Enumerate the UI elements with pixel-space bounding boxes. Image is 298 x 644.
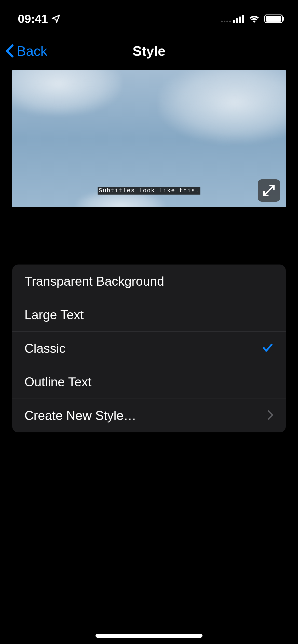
list-item-label: Classic — [24, 341, 65, 356]
status-bar: 09:41 — [0, 0, 298, 34]
expand-icon — [262, 184, 276, 197]
list-item-label: Outline Text — [24, 375, 91, 389]
style-option-outline-text[interactable]: Outline Text — [12, 365, 286, 399]
battery-icon — [264, 14, 283, 23]
list-item-label: Transparent Background — [24, 274, 164, 289]
back-button[interactable]: Back — [5, 43, 47, 59]
home-indicator[interactable] — [96, 634, 202, 638]
subtitle-sample-text: Subtitles look like this. — [98, 187, 200, 195]
expand-button[interactable] — [258, 179, 280, 202]
status-time: 09:41 — [18, 12, 48, 26]
chevron-left-icon — [5, 44, 14, 58]
back-label: Back — [17, 43, 47, 59]
list-item-label: Create New Style… — [24, 408, 136, 423]
decorative-cloud — [158, 70, 286, 144]
style-option-classic[interactable]: Classic — [12, 332, 286, 365]
cellular-signal-icon — [221, 15, 244, 23]
page-title: Style — [132, 43, 165, 59]
status-indicators — [221, 14, 283, 24]
navigation-bar: Back Style — [0, 34, 298, 67]
create-new-style-button[interactable]: Create New Style… — [12, 399, 286, 432]
decorative-cloud — [12, 70, 122, 116]
chevron-right-icon — [267, 410, 274, 421]
style-options-list: Transparent Background Large Text Classi… — [12, 265, 286, 432]
wifi-icon — [248, 14, 260, 24]
style-option-large-text[interactable]: Large Text — [12, 298, 286, 332]
location-icon — [51, 14, 61, 24]
status-time-area: 09:41 — [18, 12, 61, 26]
subtitle-preview-area: Subtitles look like this. — [12, 70, 286, 207]
list-item-label: Large Text — [24, 308, 84, 322]
checkmark-icon — [262, 342, 274, 355]
style-option-transparent-background[interactable]: Transparent Background — [12, 265, 286, 298]
